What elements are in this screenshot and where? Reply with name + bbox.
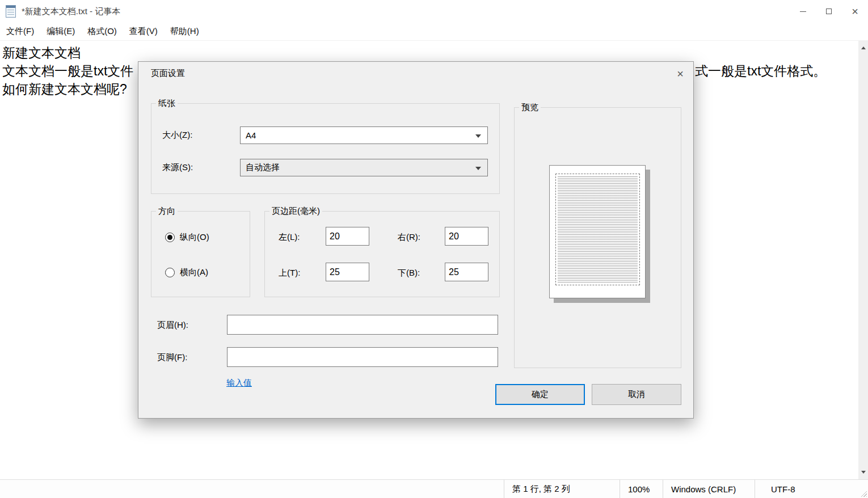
- window-controls: ×: [790, 0, 868, 23]
- status-cursor-position: 第 1 行, 第 2 列: [504, 480, 620, 498]
- close-button[interactable]: ×: [842, 0, 868, 23]
- page-setup-dialog: 页面设置 × 纸张 大小(Z): A4 来源(S): 自动选择 方向 纵向(O)…: [138, 61, 694, 419]
- status-zoom-level: 100%: [620, 480, 663, 498]
- preview-text-lines: [558, 176, 638, 282]
- ok-button[interactable]: 确定: [495, 384, 585, 405]
- dialog-title-bar: 页面设置 ×: [138, 62, 693, 86]
- window-title: *新建文本文档.txt - 记事本: [22, 6, 120, 17]
- dialog-title: 页面设置: [151, 68, 185, 79]
- header-label: 页眉(H):: [157, 320, 188, 331]
- resize-grip[interactable]: [859, 489, 867, 497]
- cancel-button[interactable]: 取消: [592, 384, 681, 405]
- editor-line-2-left: 文本文档一般是txt文件: [2, 62, 133, 80]
- title-bar: *新建文本文档.txt - 记事本 ×: [0, 0, 868, 23]
- editor-line-1: 新建文本文档: [2, 44, 81, 62]
- arrow-up-icon: [861, 47, 866, 49]
- margin-bottom-label: 下(B):: [398, 268, 420, 278]
- landscape-label: 横向(A): [180, 267, 208, 278]
- margins-groupbox: 页边距(毫米): [264, 211, 500, 297]
- margin-right-label: 右(R):: [398, 232, 420, 243]
- margins-group-label: 页边距(毫米): [269, 206, 322, 217]
- orientation-groupbox: 方向: [151, 211, 250, 297]
- minimize-icon: [800, 11, 806, 12]
- status-encoding: UTF-8: [755, 480, 849, 498]
- footer-label: 页脚(F):: [157, 352, 187, 363]
- dialog-close-button[interactable]: ×: [667, 62, 693, 86]
- portrait-label: 纵向(O): [180, 232, 209, 243]
- portrait-radio[interactable]: [165, 233, 175, 242]
- menu-bar: 文件(F) 编辑(E) 格式(O) 查看(V) 帮助(H): [0, 23, 868, 41]
- notepad-icon: [6, 5, 16, 18]
- minimize-button[interactable]: [790, 0, 816, 23]
- paper-source-select[interactable]: 自动选择: [240, 159, 488, 176]
- portrait-radio-row[interactable]: 纵向(O): [165, 232, 209, 243]
- margin-top-input[interactable]: [326, 263, 369, 281]
- editor-line-3: 如何新建文本文档呢?: [2, 81, 127, 98]
- dialog-close-icon: ×: [677, 67, 684, 81]
- menu-edit[interactable]: 编辑(E): [40, 23, 81, 41]
- scroll-down-button[interactable]: [858, 467, 868, 477]
- status-bar: 第 1 行, 第 2 列 100% Windows (CRLF) UTF-8: [0, 479, 868, 498]
- preview-group-label: 预览: [519, 102, 541, 113]
- menu-format[interactable]: 格式(O): [81, 23, 123, 41]
- chevron-down-icon: [475, 134, 481, 138]
- margin-left-label: 左(L):: [279, 232, 300, 243]
- landscape-radio-row[interactable]: 横向(A): [165, 267, 208, 278]
- landscape-radio[interactable]: [165, 268, 175, 277]
- margin-top-label: 上(T):: [279, 268, 300, 278]
- arrow-down-icon: [861, 471, 866, 474]
- menu-file[interactable]: 文件(F): [0, 23, 40, 41]
- margin-bottom-input[interactable]: [445, 263, 488, 281]
- chevron-down-icon: [475, 167, 481, 170]
- margin-left-input[interactable]: [326, 227, 369, 246]
- input-value-link[interactable]: 输入值: [226, 378, 252, 389]
- paper-source-label: 来源(S):: [162, 162, 193, 173]
- header-input[interactable]: [227, 315, 498, 335]
- editor-line-2-right: 式一般是txt文件格式。: [695, 62, 826, 80]
- menu-help[interactable]: 帮助(H): [164, 23, 205, 41]
- status-line-ending: Windows (CRLF): [663, 480, 755, 498]
- footer-input[interactable]: [227, 347, 498, 367]
- maximize-icon: [826, 9, 832, 14]
- paper-size-select[interactable]: A4: [240, 126, 488, 144]
- paper-size-value: A4: [246, 130, 256, 140]
- orientation-group-label: 方向: [156, 206, 178, 217]
- vertical-scrollbar[interactable]: [858, 41, 868, 479]
- close-icon: ×: [852, 6, 858, 17]
- menu-view[interactable]: 查看(V): [123, 23, 164, 41]
- paper-groupbox: 纸张: [151, 103, 500, 194]
- preview-margin-outline: [555, 174, 640, 285]
- preview-page-thumbnail: [549, 165, 646, 298]
- maximize-button[interactable]: [816, 0, 842, 23]
- paper-size-label: 大小(Z):: [162, 130, 192, 141]
- scroll-up-button[interactable]: [858, 43, 868, 53]
- paper-source-value: 自动选择: [246, 162, 280, 173]
- margin-right-input[interactable]: [445, 227, 488, 246]
- paper-group-label: 纸张: [156, 98, 178, 109]
